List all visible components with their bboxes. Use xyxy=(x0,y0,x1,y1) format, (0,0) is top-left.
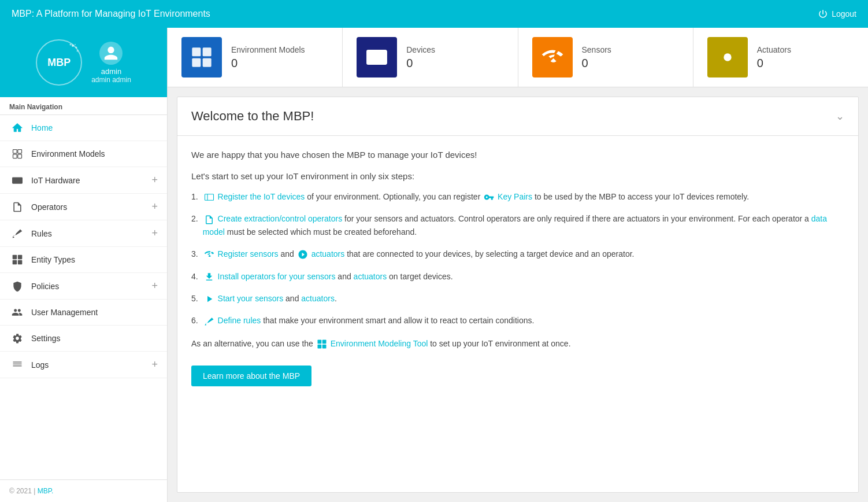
stat-value: 0 xyxy=(757,57,791,70)
stat-label: Devices xyxy=(406,45,435,54)
topbar: MBP: A Platform for Managing IoT Environ… xyxy=(0,0,868,28)
stats-row: Environment Models 0 Devices 0 xyxy=(168,28,868,87)
sidebar-item-logs[interactable]: Logs + xyxy=(0,352,167,378)
svg-point-1 xyxy=(76,47,77,49)
stat-card-actuators[interactable]: Actuators 0 xyxy=(693,28,868,87)
admin-info: admin admin admin xyxy=(91,42,131,84)
svg-point-2 xyxy=(77,50,79,52)
env-modeling-tool-link[interactable]: Environment Modeling Tool xyxy=(331,339,428,348)
welcome-title: Welcome to the MBP! xyxy=(191,109,314,124)
register-actuators-link[interactable]: actuators xyxy=(311,249,345,259)
key-pairs-link[interactable]: Key Pairs xyxy=(498,192,532,201)
sidebar-item-user-management[interactable]: User Management xyxy=(0,300,167,326)
stat-info-devices: Devices 0 xyxy=(406,45,435,70)
svg-rect-28 xyxy=(317,340,321,344)
install-inline-icon xyxy=(204,272,214,282)
chevron-up-icon[interactable]: ⌄ xyxy=(836,110,844,123)
device-inline-icon xyxy=(204,192,214,202)
step-5: 5. Start your sensors and actuators. xyxy=(191,292,844,305)
register-devices-link[interactable]: Register the IoT devices xyxy=(218,192,305,201)
welcome-body: We are happy that you have chosen the MB… xyxy=(177,136,858,405)
svg-rect-12 xyxy=(13,255,17,260)
sidebar-item-policies[interactable]: Policies + xyxy=(0,273,167,300)
svg-rect-19 xyxy=(192,47,201,56)
sidebar-item-label: Logs xyxy=(31,360,151,370)
svg-rect-14 xyxy=(13,260,17,265)
svg-rect-31 xyxy=(322,345,327,349)
install-operators-link[interactable]: Install operators for your sensors xyxy=(218,272,336,281)
install-actuators-link[interactable]: actuators xyxy=(354,272,387,281)
sidebar-item-label: Environment Models xyxy=(31,149,158,158)
footer-link[interactable]: MBP. xyxy=(38,487,54,495)
stat-label: Sensors xyxy=(582,45,611,54)
svg-rect-23 xyxy=(368,50,387,64)
sidebar-item-environment-models[interactable]: Environment Models xyxy=(0,141,167,167)
entity-types-icon xyxy=(9,254,25,265)
svg-rect-29 xyxy=(322,340,327,344)
footer-text: © 2021 | xyxy=(9,487,38,495)
env-model-tool-icon xyxy=(317,339,327,349)
expand-icon[interactable]: + xyxy=(151,359,158,371)
start-actuators-link[interactable]: actuators xyxy=(301,294,335,303)
sidebar-item-label: User Management xyxy=(31,308,158,317)
sidebar-item-home[interactable]: Home xyxy=(0,115,167,141)
environment-models-icon xyxy=(9,148,25,160)
svg-rect-6 xyxy=(18,150,22,154)
stat-card-sensors[interactable]: Sensors 0 xyxy=(518,28,693,87)
sidebar-item-settings[interactable]: Settings xyxy=(0,326,167,352)
sidebar-item-rules[interactable]: Rules + xyxy=(0,220,167,247)
register-sensors-link[interactable]: Register sensors xyxy=(218,249,279,259)
settings-icon xyxy=(9,333,25,344)
svg-rect-21 xyxy=(192,58,201,67)
step-3: 3. Register sensors and actuators that a… xyxy=(191,248,844,260)
logout-label: Logout xyxy=(832,9,856,19)
expand-icon[interactable]: + xyxy=(151,280,158,292)
operator-inline-icon xyxy=(204,215,214,225)
alternative-line: As an alternative, you can use the Envir… xyxy=(191,339,844,349)
sidebar-item-label: Operators xyxy=(31,202,151,212)
logo-dots-icon xyxy=(61,43,79,60)
svg-rect-22 xyxy=(203,58,212,67)
avatar xyxy=(99,42,123,65)
sidebar-item-label: Rules xyxy=(31,229,151,238)
stat-value: 0 xyxy=(406,57,435,70)
key-inline-icon xyxy=(484,192,494,202)
user-management-icon xyxy=(9,307,25,318)
rules-icon xyxy=(9,228,25,239)
environment-models-stat-icon xyxy=(181,37,222,77)
stat-value: 0 xyxy=(582,57,611,70)
svg-rect-8 xyxy=(18,154,22,158)
expand-icon[interactable]: + xyxy=(151,174,158,186)
logout-button[interactable]: Logout xyxy=(818,9,856,19)
stat-card-environment-models[interactable]: Environment Models 0 xyxy=(168,28,343,87)
define-rules-link[interactable]: Define rules xyxy=(218,316,261,325)
alternative-before: As an alternative, you can use the xyxy=(191,339,316,348)
stat-card-devices[interactable]: Devices 0 xyxy=(343,28,518,87)
user-icon xyxy=(103,45,119,61)
start-sensors-link[interactable]: Start your sensors xyxy=(218,294,284,303)
sidebar-item-label: Home xyxy=(31,123,158,132)
create-operators-link[interactable]: Create extraction/control operators xyxy=(218,214,343,223)
logs-icon xyxy=(9,359,25,371)
welcome-steps-intro: Let's start to set up your IoT environme… xyxy=(191,171,844,181)
sidebar-item-label: Policies xyxy=(31,282,151,291)
expand-icon[interactable]: + xyxy=(151,227,158,239)
svg-rect-7 xyxy=(13,154,17,158)
svg-point-4 xyxy=(75,44,76,45)
sidebar-item-operators[interactable]: Operators + xyxy=(0,194,167,220)
power-icon xyxy=(818,9,828,19)
stat-info-environment-models: Environment Models 0 xyxy=(231,45,305,70)
stat-value: 0 xyxy=(231,57,305,70)
sidebar-item-entity-types[interactable]: Entity Types xyxy=(0,247,167,273)
alternative-after: to set up your IoT environment at once. xyxy=(430,339,570,348)
sidebar-item-iot-hardware[interactable]: IoT Hardware + xyxy=(0,167,167,194)
start-inline-icon xyxy=(204,294,214,304)
welcome-intro: We are happy that you have chosen the MB… xyxy=(191,150,844,160)
step-1: 1. Register the IoT devices of your envi… xyxy=(191,190,844,203)
home-icon xyxy=(9,122,25,134)
learn-more-button[interactable]: Learn more about the MBP xyxy=(191,366,311,386)
svg-rect-5 xyxy=(13,150,17,154)
admin-name: admin xyxy=(91,67,131,76)
expand-icon[interactable]: + xyxy=(151,201,158,213)
iot-hardware-icon xyxy=(9,175,25,186)
